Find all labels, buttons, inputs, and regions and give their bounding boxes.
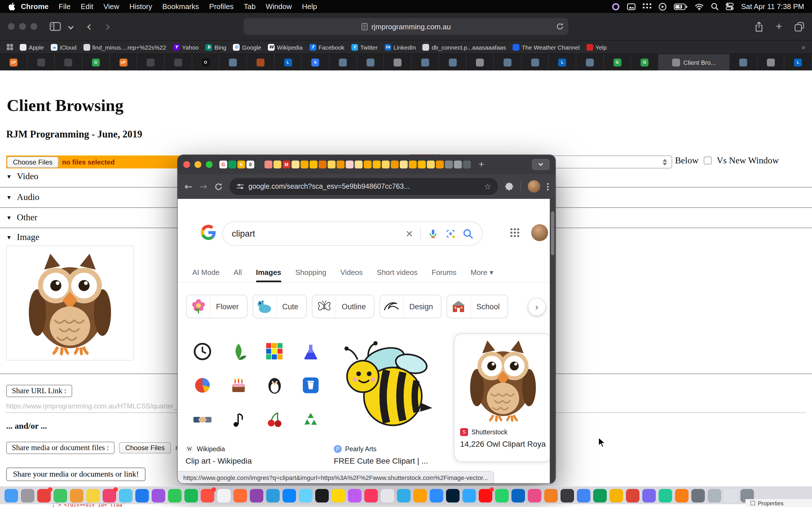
browser-tab[interactable] — [494, 54, 521, 70]
bookmark-item[interactable]: f Facebook — [309, 44, 344, 50]
site-settings-icon[interactable] — [236, 182, 244, 190]
dock-icon[interactable] — [560, 489, 574, 502]
dock-icon[interactable] — [315, 489, 329, 502]
tab-favicon[interactable] — [355, 161, 363, 168]
new-tab-icon[interactable]: + — [479, 159, 484, 170]
menu-item[interactable]: Bookmarks — [157, 2, 204, 11]
dock-icon[interactable] — [70, 489, 84, 502]
browser-tab[interactable] — [357, 54, 384, 70]
dock-icon[interactable] — [397, 489, 410, 502]
dock-icon[interactable] — [234, 489, 247, 502]
dock-icon[interactable] — [593, 489, 607, 502]
tab-favicon[interactable] — [418, 161, 426, 168]
dock-icon[interactable] — [479, 489, 492, 502]
search-tab[interactable]: All — [234, 268, 242, 282]
bookmark-item[interactable]: db_connect.p...aaasaaafaas — [423, 44, 506, 50]
profile-avatar[interactable] — [528, 180, 540, 193]
tab-favicon[interactable] — [273, 161, 282, 168]
chip-flower[interactable]: Flower — [186, 295, 247, 318]
dock-icon[interactable] — [348, 489, 361, 502]
menu-bar-clock[interactable]: Sat Apr 11 7:38 PM — [741, 2, 804, 11]
tab-favicon[interactable]: 0 — [246, 161, 254, 168]
search-tab[interactable]: More — [470, 268, 493, 282]
browser-tab[interactable] — [730, 54, 757, 70]
bookmark-item[interactable]: Yelp — [587, 44, 607, 50]
browser-tab[interactable]: L — [274, 54, 302, 70]
dock-icon[interactable] — [462, 489, 476, 502]
browser-tab[interactable] — [384, 54, 412, 70]
dock-icon[interactable] — [691, 489, 705, 502]
dock-icon[interactable] — [250, 489, 263, 502]
result-title[interactable]: 14,226 Owl Clipart Royalt — [460, 439, 546, 448]
search-tab[interactable]: Forums — [432, 268, 456, 282]
result-image-bee[interactable] — [334, 335, 447, 436]
reload-icon[interactable] — [556, 22, 564, 31]
tab-favicon[interactable] — [264, 161, 272, 168]
omnibox[interactable]: google.com/search?sca_esv=5e9bb948607cc7… — [229, 178, 498, 195]
dock-icon[interactable] — [168, 489, 182, 502]
tab-favicon[interactable] — [454, 161, 462, 168]
browser-tab[interactable] — [522, 54, 549, 70]
search-tab[interactable]: AI Mode — [192, 268, 220, 282]
search-tab[interactable]: Short videos — [377, 268, 417, 282]
browser-tab[interactable] — [757, 54, 784, 70]
loom-status-icon[interactable] — [612, 3, 620, 10]
tab-favicon[interactable] — [292, 161, 299, 168]
chip-design[interactable]: Design — [379, 295, 442, 318]
browser-tab[interactable]: G — [604, 54, 631, 70]
dock-icon[interactable] — [103, 489, 116, 502]
search-tab[interactable]: Shopping — [295, 268, 326, 282]
dock-icon[interactable] — [708, 489, 721, 502]
bookmark-item[interactable]: ☁ iCloud — [51, 44, 77, 50]
tab-client-browsing[interactable]: Client Bro... — [659, 54, 730, 70]
scrollbar[interactable] — [550, 199, 555, 483]
browser-tab[interactable]: cP — [0, 54, 28, 70]
bookmark-item[interactable]: W Wikipedia — [268, 44, 303, 50]
tab-favicon[interactable] — [445, 161, 453, 168]
dock-icon[interactable] — [511, 489, 525, 502]
dock-icon[interactable] — [446, 489, 460, 502]
menu-item[interactable]: Tab — [239, 2, 261, 11]
tab-favicon[interactable]: G — [219, 161, 227, 168]
voice-search-icon[interactable] — [428, 228, 438, 239]
sidebar-toggle-icon[interactable] — [50, 22, 61, 31]
browser-tab[interactable] — [28, 54, 55, 70]
dock-icon[interactable] — [430, 489, 443, 502]
minimize-window-button[interactable] — [195, 161, 201, 168]
new-tab-icon[interactable]: + — [776, 20, 782, 33]
tab-favicon[interactable] — [301, 161, 308, 168]
section-audio-toggle[interactable]: ▼ Audio — [6, 192, 40, 202]
battery-status-icon[interactable] — [674, 3, 688, 10]
browser-tab[interactable]: L — [784, 54, 812, 70]
dock-icon[interactable] — [217, 489, 231, 502]
dock-icon[interactable] — [528, 489, 541, 502]
bookmark-item[interactable]: G Google — [233, 44, 261, 50]
browser-tab[interactable] — [55, 54, 82, 70]
tab-favicon[interactable] — [337, 161, 345, 168]
search-tab[interactable]: Images — [256, 268, 282, 282]
dock-icon[interactable] — [544, 489, 558, 502]
tab-favicon[interactable]: M — [283, 161, 290, 168]
dock-icon[interactable] — [495, 489, 509, 502]
dock-icon[interactable] — [283, 489, 296, 502]
result-title[interactable]: FREE Cute Bee Clipart | ... — [334, 456, 475, 465]
dock-icon[interactable] — [37, 489, 51, 502]
tab-favicon[interactable] — [327, 161, 336, 168]
browser-tab[interactable] — [137, 54, 165, 70]
search-box[interactable]: clipart × — [222, 221, 483, 245]
dock-icon[interactable] — [610, 489, 623, 502]
google-account-avatar[interactable] — [531, 224, 548, 241]
chrome-menu-icon[interactable] — [547, 183, 549, 190]
dock-icon[interactable] — [299, 489, 312, 502]
tab-group-chevron-icon[interactable] — [68, 24, 73, 29]
browser-tab[interactable] — [576, 54, 604, 70]
dock-icon[interactable] — [413, 489, 427, 502]
dock-icon[interactable] — [4, 489, 18, 502]
tab-favicon[interactable] — [463, 161, 471, 168]
bookmark-item[interactable]: t Twitter — [351, 44, 378, 50]
dock-icon[interactable] — [659, 489, 672, 502]
tab-favicon[interactable] — [229, 161, 236, 168]
browser-tab[interactable] — [247, 54, 274, 70]
clear-search-icon[interactable]: × — [406, 228, 413, 238]
browser-tab[interactable] — [329, 54, 357, 70]
